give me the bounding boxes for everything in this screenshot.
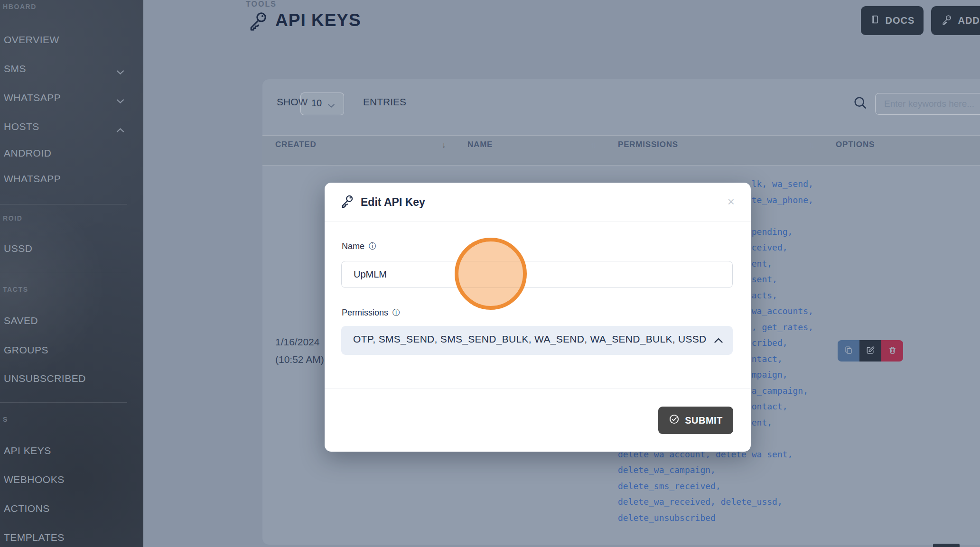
sidebar: HBOARDOVERVIEWSMSWHATSAPPHOSTSANDROIDWHA… xyxy=(0,0,143,547)
search-input[interactable] xyxy=(875,93,980,115)
search-icon xyxy=(852,94,869,113)
sidebar-section-label: HBOARD xyxy=(3,3,37,10)
sidebar-item-hosts[interactable]: HOSTS xyxy=(4,116,139,137)
sidebar-item-label: SAVED xyxy=(4,315,38,326)
sidebar-item-label: TEMPLATES xyxy=(4,532,65,543)
edit-button[interactable] xyxy=(859,340,881,362)
click-highlight xyxy=(455,238,527,310)
page-size-select[interactable]: 10 xyxy=(300,93,344,115)
edit-icon xyxy=(866,345,875,356)
column-header-permissions[interactable]: PERMISSIONS xyxy=(618,140,678,149)
created-cell: 1/16/2024 (10:52 AM) xyxy=(275,333,324,368)
sidebar-item-groups[interactable]: GROUPS xyxy=(4,340,139,361)
key-icon xyxy=(340,194,354,210)
info-icon[interactable]: ⓘ xyxy=(392,308,400,318)
sidebar-item-actions[interactable]: ACTIONS xyxy=(4,498,139,519)
close-icon[interactable]: × xyxy=(725,195,737,208)
copy-icon xyxy=(844,345,853,356)
sidebar-item-unsubscribed[interactable]: UNSUBSCRIBED xyxy=(4,368,139,389)
key-icon xyxy=(941,14,952,28)
chevron-up-icon xyxy=(714,337,723,345)
breadcrumb: TOOLS xyxy=(246,0,277,9)
check-circle-icon xyxy=(669,414,680,427)
page-title: API KEYS xyxy=(275,10,361,30)
sidebar-item-android[interactable]: ANDROID xyxy=(4,143,139,164)
delete-icon xyxy=(888,345,897,356)
sidebar-item-label: WHATSAPP xyxy=(4,92,61,103)
created-time: (10:52 AM) xyxy=(275,351,324,368)
add-key-button-label: ADD KEY xyxy=(958,15,980,26)
sidebar-item-whatsapp[interactable]: WHATSAPP xyxy=(4,168,139,189)
add-key-button[interactable]: ADD KEY xyxy=(931,6,980,35)
sidebar-divider xyxy=(0,273,127,273)
sidebar-divider xyxy=(0,204,127,204)
sidebar-section-label: TACTS xyxy=(3,286,28,293)
permission-line: delete_wa_campaign, xyxy=(618,462,813,478)
page-size-value: 10 xyxy=(311,98,322,109)
column-header-created[interactable]: CREATED xyxy=(275,140,317,149)
permission-line: delete_unsubscribed xyxy=(618,510,813,526)
sidebar-item-label: GROUPS xyxy=(4,344,48,356)
column-header-options: OPTIONS xyxy=(836,140,875,149)
sidebar-item-templates[interactable]: TEMPLATES xyxy=(4,527,139,547)
chevron-down-icon xyxy=(327,102,335,110)
sidebar-item-label: OVERVIEW xyxy=(4,34,59,46)
row-options xyxy=(838,340,903,362)
chevron-down-icon xyxy=(116,95,124,106)
permissions-label: Permissions xyxy=(342,308,388,318)
key-icon xyxy=(247,10,268,33)
sidebar-item-label: SMS xyxy=(4,63,26,74)
docs-button-label: DOCS xyxy=(886,15,915,26)
delete-button[interactable] xyxy=(881,340,903,362)
sidebar-item-saved[interactable]: SAVED xyxy=(4,310,139,331)
sidebar-item-label: UNSUBSCRIBED xyxy=(4,373,86,384)
sidebar-item-overview[interactable]: OVERVIEW xyxy=(4,29,139,50)
sidebar-item-label: WHATSAPP xyxy=(4,173,61,185)
sidebar-item-label: WEBHOOKS xyxy=(4,474,65,485)
modal-footer-divider xyxy=(325,389,751,389)
submit-button-label: SUBMIT xyxy=(685,415,723,426)
sidebar-item-label: API KEYS xyxy=(4,445,51,456)
bottom-bar-peek xyxy=(933,544,960,547)
sidebar-item-label: HOSTS xyxy=(4,121,39,132)
sidebar-item-ussd[interactable]: USSD xyxy=(4,238,139,259)
permissions-select-value: OTP, SMS_SEND, SMS_SEND_BULK, WA_SEND, W… xyxy=(353,334,708,345)
sort-icon: ↑↓ xyxy=(809,141,813,149)
sidebar-item-label: ACTIONS xyxy=(4,503,50,514)
submit-button[interactable]: SUBMIT xyxy=(658,407,733,434)
book-icon xyxy=(870,14,880,28)
modal-header: Edit API Key × xyxy=(325,183,751,222)
sidebar-item-label: USSD xyxy=(4,243,32,254)
sidebar-item-label: ANDROID xyxy=(4,148,51,159)
permission-line: delete_sms_received, xyxy=(618,478,813,494)
chevron-up-icon xyxy=(116,124,124,135)
sort-icon: ↑↓ xyxy=(439,141,444,149)
name-input[interactable] xyxy=(341,261,733,288)
sidebar-item-api-keys[interactable]: API KEYS xyxy=(4,440,139,461)
sidebar-item-sms[interactable]: SMS xyxy=(4,58,139,79)
edit-api-key-modal: Edit API Key × Name ⓘ Permissions ⓘ OTP,… xyxy=(325,183,751,452)
sidebar-section-label: S xyxy=(3,416,8,423)
column-header-name[interactable]: NAME xyxy=(467,140,493,149)
sidebar-section-label: ROID xyxy=(3,214,22,222)
docs-button[interactable]: DOCS xyxy=(861,6,924,35)
permissions-select[interactable]: OTP, SMS_SEND, SMS_SEND_BULK, WA_SEND, W… xyxy=(341,326,733,355)
sidebar-divider xyxy=(0,402,127,403)
name-label: Name xyxy=(342,241,364,251)
modal-title: Edit API Key xyxy=(361,196,425,209)
copy-button[interactable] xyxy=(838,340,859,362)
created-date: 1/16/2024 xyxy=(275,333,324,351)
sidebar-item-webhooks[interactable]: WEBHOOKS xyxy=(4,469,139,490)
permission-line: delete_wa_received, delete_ussd, xyxy=(618,494,813,510)
sidebar-item-whatsapp[interactable]: WHATSAPP xyxy=(4,87,139,108)
info-icon[interactable]: ⓘ xyxy=(369,241,376,251)
sort-icon: ↑↓ xyxy=(590,141,595,149)
entries-label: ENTRIES xyxy=(363,96,406,108)
chevron-down-icon xyxy=(116,66,124,77)
